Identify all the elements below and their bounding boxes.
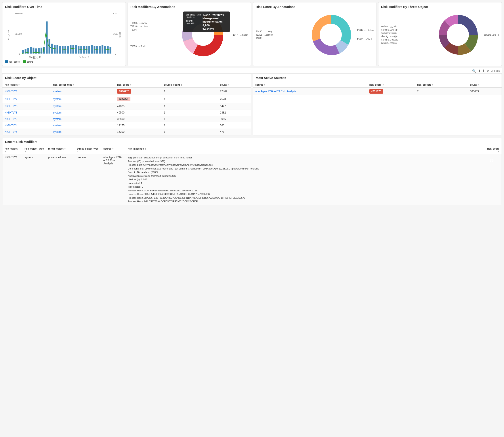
count-cell: 471: [218, 129, 251, 135]
sort-icon-source-count: ⇕: [181, 84, 182, 86]
threat-object-cell: powershell.exe: [46, 154, 75, 205]
y-left-bot: 0: [19, 53, 20, 55]
count-cell: 25785: [218, 95, 251, 103]
y-right-top: 3,200: [113, 12, 118, 15]
recent-risk-object-type-cell: system: [22, 154, 46, 205]
refresh-icon[interactable]: ↻: [486, 69, 489, 73]
risk-object-cell[interactable]: NIGHTLY3: [2, 103, 51, 109]
sort-icon-risk-object: ⇕: [18, 84, 20, 86]
legend-risk-score-box: [5, 60, 8, 63]
dashboard: Risk Modifiers Over Time 160,000 80,000 …: [0, 0, 504, 437]
risk-score-cell: 41825: [115, 103, 162, 109]
risk-object-type-cell[interactable]: system: [51, 95, 115, 103]
col-source-count[interactable]: source_count ⇕: [162, 82, 218, 88]
svg-rect-22: [80, 46, 82, 54]
x-tick-1b: 2022: [33, 58, 38, 59]
col-risk-score[interactable]: risk_score ⇕: [115, 82, 162, 88]
col-risk-message[interactable]: risk_message ⇕: [125, 146, 482, 154]
risk-object-cell[interactable]: NIGHTLY5: [2, 129, 51, 135]
col-risk-object-type[interactable]: risk_object_type ⇕: [51, 82, 115, 88]
score-label-t1086: T1086: [256, 37, 306, 40]
donut-right-label: T1047 - ...ntation: [231, 34, 248, 36]
most-active-sources-panel: Most Active Sources source ⇕ risk_score …: [253, 74, 502, 135]
search-icon[interactable]: 🔍: [472, 69, 476, 73]
col-recent-risk-object-type[interactable]: risk_object_type⇕: [22, 146, 46, 154]
svg-rect-23: [83, 46, 85, 54]
threat-label-powers-process: powers...rocess): [381, 42, 434, 44]
threat-label-uberag-ip: uberAg...exe (ip): [381, 35, 434, 38]
sort-icon-recent-risk-object-type: ⇕: [25, 150, 26, 153]
sort-icon-sources-count: ⇕: [477, 84, 479, 86]
col-sources-risk-score[interactable]: risk_score ⇕: [367, 82, 415, 88]
download-icon[interactable]: ⬇: [478, 69, 481, 73]
info-icon[interactable]: ℹ: [483, 69, 484, 73]
sort-icon-threat-object: ⇕: [64, 148, 66, 150]
risk-object-cell[interactable]: NIGHTLY8: [2, 109, 51, 116]
risk-object-type-cell[interactable]: system: [51, 109, 115, 116]
legend-count-label: count: [27, 60, 33, 63]
risk-by-annotations-panel: Risk Modifiers By Annotations T1490 - ..…: [128, 2, 251, 66]
col-recent-risk-score[interactable]: risk_score⇕: [482, 146, 502, 154]
sources-header-row: source ⇕ risk_score ⇕ risk_objects ⇕ cou…: [253, 82, 502, 88]
col-recent-source[interactable]: source ⇕: [101, 146, 125, 154]
risk-score-by-object-table: risk_object ⇕ risk_object_type ⇕ risk_sc…: [2, 82, 251, 135]
y-right-bot: 0: [115, 53, 116, 55]
threat-label-configs-process: ConfigS...rocess): [381, 39, 434, 41]
table-row: NIGHTLY1 system powershell.exe process u…: [2, 154, 502, 205]
sort-icon-risk-score: ⇕: [130, 84, 132, 86]
svg-rect-11: [51, 44, 53, 54]
sort-icon-risk-object-type: ⇕: [73, 84, 75, 86]
count-cell: 560: [218, 122, 251, 129]
score-label-t1218: T1218 - ...ecution: [256, 34, 306, 36]
threat-label-svchost-path: svchost...y_path: [381, 25, 434, 28]
donut-threat-left-labels: svchost...y_path ConfigS...exe (ip) svch…: [381, 25, 434, 44]
tooltip-countpct-value: 52.847%: [202, 27, 227, 30]
col-count[interactable]: count ⇕: [218, 82, 251, 88]
sort-icon-count: ⇕: [227, 84, 229, 86]
risk-message-cell: Tag: proc-start-suspicious-script-execut…: [125, 154, 482, 205]
donut-score-svg-wrapper: [306, 10, 355, 59]
svg-rect-31: [104, 46, 106, 54]
col-sources-count[interactable]: count ⇕: [468, 82, 502, 88]
source-cell[interactable]: uberAgent ESA – ES Risk Analysis: [253, 88, 367, 95]
legend-count: count: [23, 60, 33, 63]
count-cell: 1382: [218, 109, 251, 116]
legend-risk-score-label: risk_score: [9, 60, 20, 63]
risk-object-type-cell[interactable]: system: [51, 88, 115, 95]
count-cell: 1427: [218, 103, 251, 109]
col-threat-object-type[interactable]: threat_object_type⇕: [75, 146, 101, 154]
donut-annotations-container: T1490 - ...covery T1218 - ...ecution T10…: [130, 10, 248, 59]
most-active-sources-title: Most Active Sources: [253, 74, 502, 82]
risk-object-cell[interactable]: NIGHTLY4: [2, 122, 51, 129]
bar-group: [22, 21, 111, 54]
sort-icon-sources-risk-score: ⇕: [382, 84, 384, 86]
donut-threat-svg-wrapper: [434, 10, 482, 59]
risk-object-type-cell[interactable]: system: [51, 122, 115, 129]
risk-score-by-annotations-panel: Risk Score By Annotations T1490 - ...cov…: [253, 2, 376, 66]
col-risk-object[interactable]: risk_object ⇕: [2, 82, 51, 88]
col-source[interactable]: source ⇕: [253, 82, 367, 88]
table-row: NIGHTLY2 system 695750 1 25785: [2, 95, 251, 103]
sort-icon-source: ⇕: [264, 84, 266, 86]
col-threat-object[interactable]: threat_object ⇕: [46, 146, 75, 154]
risk-object-type-cell[interactable]: system: [51, 103, 115, 109]
col-recent-risk-object[interactable]: risk_object⇕: [2, 146, 22, 154]
sources-thead: source ⇕ risk_score ⇕ risk_objects ⇕ cou…: [253, 82, 502, 88]
sources-count-cell: 103083: [468, 88, 502, 95]
risk-object-cell[interactable]: NIGHTLY9: [2, 116, 51, 122]
risk-score-cell: 19175: [115, 122, 162, 129]
recent-risk-modifiers-title: Recent Risk Modifiers: [2, 138, 502, 146]
source-count-cell: 1: [162, 95, 218, 103]
source-count-cell: 1: [162, 109, 218, 116]
risk-object-type-cell[interactable]: system: [51, 129, 115, 135]
score-badge: 4731175: [369, 89, 383, 94]
sort-icon-risk-message: ⇕: [144, 148, 146, 150]
count-cell: 1056: [218, 116, 251, 122]
col-risk-objects[interactable]: risk_objects ⇕: [415, 82, 468, 88]
svg-rect-21: [78, 46, 80, 54]
table-row: NIGHTLY3 system 41825 1 1427: [2, 103, 251, 109]
risk-object-cell[interactable]: NIGHTLY1: [2, 88, 51, 95]
risk-object-cell[interactable]: NIGHTLY2: [2, 95, 51, 103]
label-t1218: T1218 - ...ecution: [130, 25, 177, 28]
risk-object-type-cell[interactable]: system: [51, 116, 115, 122]
